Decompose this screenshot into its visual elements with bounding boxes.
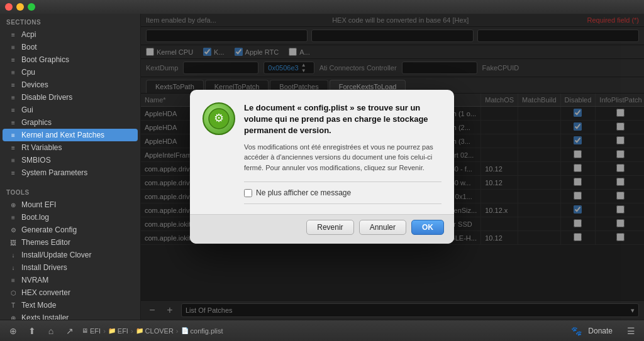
devices-icon: ≡ [9,80,18,89]
sections-label: SECTIONS [0,14,140,28]
gui-icon: ≡ [9,106,18,114]
sidebar-item-textmode[interactable]: T Text Mode [0,299,140,311]
cpu-icon: ≡ [9,68,18,77]
tools-label: TOOLS [0,184,140,198]
donate-button[interactable]: Donate [584,325,616,337]
bottombar-icon-4[interactable]: ↗ [63,324,77,338]
sidebar-item-label: Text Mode [21,301,56,310]
sidebar-item-rtvariables[interactable]: ≡ Rt Variables [0,141,140,154]
sidebar-item-label: Cpu [21,68,35,77]
kernelkext-icon: ≡ [9,131,18,139]
sidebar-item-acpi[interactable]: ≡ Acpi [0,28,140,41]
modal-separator [244,181,441,182]
sidebar-item-smbios[interactable]: ≡ SMBIOS [0,154,140,166]
sidebar-item-label: Devices [21,80,48,89]
donate-area[interactable]: 🐾 Donate [571,325,616,337]
sidebar-item-label: Kernel and Kext Patches [21,131,104,139]
bottombar-icon-3[interactable]: ⌂ [44,324,58,338]
maximize-button[interactable] [28,3,35,11]
installdrivers-icon: ↓ [9,263,18,272]
sidebar-item-boot[interactable]: ≡ Boot [0,41,140,53]
sidebar-item-label: Mount EFI [21,200,56,209]
breadcrumb-efi1-label: EFI [90,327,101,335]
breadcrumb-efi-1: 🖥 EFI [82,327,101,335]
clover-icon: 📁 [136,327,143,334]
sidebar-item-mountefi[interactable]: ⊕ Mount EFI [0,198,140,211]
sidebar-item-installdrivers[interactable]: ↓ Install Drivers [0,261,140,274]
modal-app-icon: ⚙ [203,102,235,135]
close-button[interactable] [5,3,13,11]
breadcrumb-config: 📄 config.plist [181,327,223,335]
bootlog-icon: ≡ [9,213,18,222]
config-icon: 📄 [181,327,189,334]
sidebar-item-devices[interactable]: ≡ Devices [0,78,140,91]
modal-content: Ne plus afficher ce message [190,181,454,214]
modal-checkbox[interactable] [244,189,252,197]
breadcrumb-config-label: config.plist [191,327,223,335]
modal-checkbox-label[interactable]: Ne plus afficher ce message [244,185,441,201]
titlebar [0,0,644,14]
sidebar-item-kextsinstaller[interactable]: ⊕ Kexts Installer [0,311,140,320]
sidebar-item-installupdateclover[interactable]: ↓ Install/Update Clover [0,249,140,261]
breadcrumb-efi2-label: EFI [118,327,128,335]
kextsinstaller-icon: ⊕ [9,313,18,320]
disabledrivers-icon: ≡ [9,93,18,102]
bottombar: ⊕ ⬆ ⌂ ↗ 🖥 EFI › 📁 EFI › 📁 CLOVER › 📄 con… [0,320,644,341]
rtvariables-icon: ≡ [9,143,18,152]
bottombar-icon-2[interactable]: ⬆ [25,324,39,338]
sidebar-item-kernelkext[interactable]: ≡ Kernel and Kext Patches [3,129,138,141]
smbios-icon: ≡ [9,156,18,165]
hexconverter-icon: ⬡ [9,288,18,297]
modal-title: Le document « config.plist » se trouve s… [244,102,441,137]
window-controls[interactable] [5,3,35,11]
efi1-icon: 🖥 [82,327,88,334]
systemparams-icon: ≡ [9,168,18,177]
sidebar-item-bootgraphics[interactable]: ≡ Boot Graphics [0,53,140,66]
efi2-icon: 📁 [108,327,116,334]
ok-button[interactable]: OK [411,220,444,235]
sidebar-item-hexconverter[interactable]: ⬡ HEX converter [0,286,140,299]
sidebar-item-systemparams[interactable]: ≡ System Parameters [0,166,140,179]
menu-icon[interactable]: ☰ [624,324,638,338]
content-area: Item enabled by defa... HEX code will be… [141,14,644,320]
sidebar: SECTIONS ≡ Acpi ≡ Boot ≡ Boot Graphics ≡… [0,14,141,320]
breadcrumb-efi-2: 📁 EFI [108,327,128,335]
bottombar-icon-1[interactable]: ⊕ [6,324,20,338]
revenir-button[interactable]: Revenir [306,220,353,235]
modal-header: ⚙ Le document « config.plist » se trouve… [190,90,454,179]
minimize-button[interactable] [16,3,24,11]
sidebar-item-label: Boot Graphics [21,55,69,64]
sidebar-item-label: Acpi [21,30,36,39]
sidebar-item-label: Boot.log [21,213,49,222]
generateconfig-icon: ⚙ [9,225,18,234]
sidebar-item-gui[interactable]: ≡ Gui [0,104,140,116]
modal-text-area: Le document « config.plist » se trouve s… [244,102,441,173]
sidebar-item-generateconfig[interactable]: ⚙ Generate Config [0,224,140,236]
sidebar-item-label: Generate Config [21,225,77,234]
sidebar-item-disabledrivers[interactable]: ≡ Disable Drivers [0,91,140,104]
modal-overlay[interactable]: ⚙ Le document « config.plist » se trouve… [141,14,644,320]
mountefi-icon: ⊕ [9,200,18,209]
annuler-button[interactable]: Annuler [359,220,406,235]
textmode-icon: T [9,301,18,310]
sidebar-item-cpu[interactable]: ≡ Cpu [0,66,140,78]
sidebar-item-label: Kexts Installer [21,313,69,320]
modal-buttons: Revenir Annuler OK [190,214,454,244]
sidebar-item-label: SMBIOS [21,156,51,165]
installupdateclover-icon: ↓ [9,251,18,259]
svg-text:⚙: ⚙ [214,112,224,124]
sidebar-item-nvram[interactable]: ≡ NVRAM [0,274,140,286]
modal-separator-2 [244,203,441,204]
bootgfx-icon: ≡ [9,55,18,64]
sidebar-item-bootlog[interactable]: ≡ Boot.log [0,211,140,224]
sidebar-item-label: Install/Update Clover [21,251,91,259]
boot-icon: ≡ [9,43,18,51]
sidebar-item-graphics[interactable]: ≡ Graphics [0,116,140,129]
sidebar-item-label: System Parameters [21,168,87,177]
acpi-icon: ≡ [9,30,18,39]
modal-checkbox-text: Ne plus afficher ce message [256,188,351,197]
graphics-icon: ≡ [9,118,18,127]
donate-icon: 🐾 [571,326,582,336]
sidebar-item-themeseditor[interactable]: 🖼 Themes Editor [0,236,140,249]
sidebar-item-label: Gui [21,106,33,114]
